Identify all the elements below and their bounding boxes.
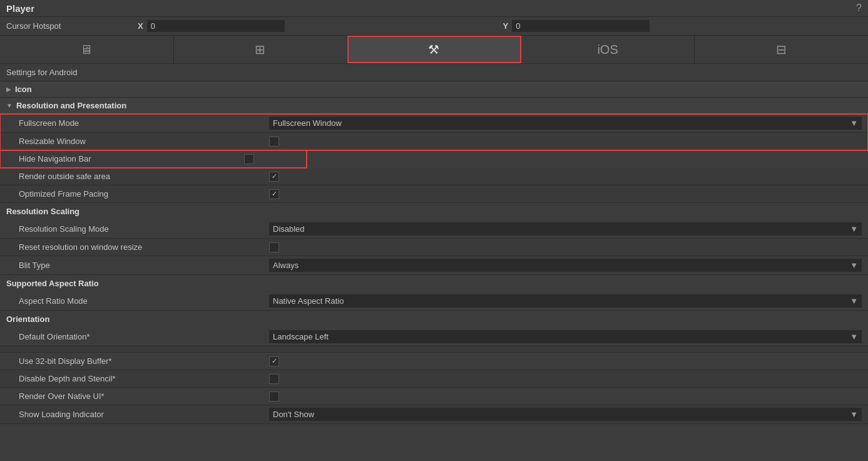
fullscreen-mode-label: Fullscreen Mode (19, 118, 269, 128)
tab-desktop[interactable]: 🖥 (0, 36, 174, 63)
hide-navigation-bar-value (244, 154, 300, 164)
resolution-section-title: Resolution and Presentation (16, 101, 126, 110)
tab-android[interactable]: ⚒ (347, 36, 521, 63)
use-32bit-value (269, 356, 862, 366)
fullscreen-mode-dropdown[interactable]: Fullscreen Window ▼ (269, 117, 862, 130)
fullscreen-mode-row: Fullscreen Mode Fullscreen Window ▼ (0, 114, 868, 133)
platform-tabs: 🖥 ⊞ ⚒ iOS ⊟ (0, 36, 868, 64)
tab-windows[interactable]: ⊟ (695, 36, 868, 63)
y-coord-group: Y (503, 20, 862, 32)
show-loading-indicator-row: Show Loading Indicator Don't Show ▼ (0, 405, 868, 424)
resolution-section-header[interactable]: ▼ Resolution and Presentation (0, 98, 868, 114)
hide-navigation-bar-checkbox[interactable] (244, 154, 254, 164)
help-icon[interactable]: ? (856, 3, 862, 14)
fullscreen-resizable-highlight: Fullscreen Mode Fullscreen Window ▼ Resi… (0, 114, 868, 150)
resizable-window-value (269, 137, 862, 147)
render-outside-safe-area-value (269, 172, 862, 182)
fullscreen-mode-value[interactable]: Fullscreen Window ▼ (269, 117, 862, 130)
disable-depth-checkbox[interactable] (269, 374, 279, 384)
web-icon: ⊞ (255, 42, 265, 57)
reset-resolution-checkbox[interactable] (269, 242, 279, 252)
orientation-group-title: Orientation (0, 311, 868, 328)
default-orientation-dropdown-arrow-icon: ▼ (850, 332, 858, 341)
icon-section-title: Icon (15, 85, 32, 94)
show-loading-indicator-label: Show Loading Indicator (19, 410, 269, 419)
resizable-window-checkbox[interactable] (269, 137, 279, 147)
player-header: Player ? (0, 0, 868, 17)
use-32bit-row: Use 32-bit Display Buffer* (0, 353, 868, 370)
render-outside-safe-area-row: Render outside safe area (0, 168, 868, 185)
show-loading-indicator-dropdown-arrow-icon: ▼ (850, 410, 858, 419)
show-loading-indicator-dropdown[interactable]: Don't Show ▼ (269, 408, 862, 421)
default-orientation-row: Default Orientation* Landscape Left ▼ (0, 328, 868, 346)
render-outside-safe-area-checkbox[interactable] (269, 172, 279, 182)
aspect-ratio-mode-label: Aspect Ratio Mode (19, 296, 269, 306)
x-input[interactable] (147, 20, 285, 32)
use-32bit-checkbox[interactable] (269, 356, 279, 366)
reset-resolution-value (269, 242, 862, 252)
render-over-native-checkbox[interactable] (269, 391, 279, 401)
windows-icon: ⊟ (776, 42, 787, 57)
blit-type-dropdown[interactable]: Always ▼ (269, 259, 862, 272)
disable-depth-value (269, 374, 862, 384)
optimized-frame-pacing-row: Optimized Frame Pacing (0, 185, 868, 203)
default-orientation-label: Default Orientation* (19, 332, 269, 341)
optimized-frame-pacing-label: Optimized Frame Pacing (19, 189, 269, 199)
dropdown-arrow-icon: ▼ (850, 118, 858, 128)
default-orientation-dropdown[interactable]: Landscape Left ▼ (269, 330, 862, 343)
x-coord-group: X (138, 20, 497, 32)
optimized-frame-pacing-checkbox[interactable] (269, 189, 279, 199)
render-over-native-value (269, 391, 862, 401)
resolution-scaling-mode-value[interactable]: Disabled ▼ (269, 222, 862, 236)
cursor-hotspot-label: Cursor Hotspot (6, 21, 131, 31)
blit-type-row: Blit Type Always ▼ (0, 256, 868, 275)
supported-aspect-ratio-group-title: Supported Aspect Ratio (0, 275, 868, 292)
cursor-hotspot-row: Cursor Hotspot X Y (0, 17, 868, 36)
resolution-scaling-mode-label: Resolution Scaling Mode (19, 224, 269, 234)
render-over-native-label: Render Over Native UI* (19, 391, 269, 401)
reset-resolution-row: Reset resolution on window resize (0, 239, 868, 256)
y-label: Y (503, 21, 509, 31)
render-outside-safe-area-label: Render outside safe area (19, 172, 269, 181)
page-title: Player (6, 3, 34, 14)
aspect-ratio-dropdown-arrow-icon: ▼ (850, 296, 858, 306)
tab-web[interactable]: ⊞ (174, 36, 348, 63)
aspect-ratio-mode-dropdown[interactable]: Native Aspect Ratio ▼ (269, 294, 862, 308)
disable-depth-label: Disable Depth and Stencil* (19, 374, 269, 383)
blit-type-dropdown-arrow-icon: ▼ (850, 261, 858, 270)
hide-nav-highlight: Hide Navigation Bar (0, 150, 307, 168)
aspect-ratio-mode-row: Aspect Ratio Mode Native Aspect Ratio ▼ (0, 292, 868, 311)
ios-icon: iOS (597, 43, 618, 57)
android-icon: ⚒ (428, 42, 439, 57)
optimized-frame-pacing-value (269, 189, 862, 199)
use-32bit-label: Use 32-bit Display Buffer* (19, 356, 269, 366)
tab-ios[interactable]: iOS (521, 36, 695, 63)
icon-section-arrow: ▶ (6, 86, 11, 93)
resizable-window-row: Resizable Window (0, 133, 868, 150)
settings-for-label: Settings for Android (0, 64, 868, 81)
hide-navigation-bar-row: Hide Navigation Bar (0, 150, 307, 168)
y-input[interactable] (512, 20, 650, 32)
resolution-scaling-group-title: Resolution Scaling (0, 203, 868, 220)
resolution-scaling-mode-dropdown[interactable]: Disabled ▼ (269, 222, 862, 236)
resizable-window-label: Resizable Window (19, 137, 269, 146)
desktop-icon: 🖥 (80, 43, 93, 57)
spacer-row (0, 346, 868, 353)
blit-type-value[interactable]: Always ▼ (269, 259, 862, 272)
default-orientation-value[interactable]: Landscape Left ▼ (269, 330, 862, 343)
aspect-ratio-mode-value[interactable]: Native Aspect Ratio ▼ (269, 294, 862, 308)
reset-resolution-label: Reset resolution on window resize (19, 242, 269, 252)
blit-type-label: Blit Type (19, 261, 269, 270)
resolution-scaling-dropdown-arrow-icon: ▼ (850, 224, 858, 234)
render-over-native-row: Render Over Native UI* (0, 388, 868, 405)
icon-section-header[interactable]: ▶ Icon (0, 81, 868, 98)
disable-depth-row: Disable Depth and Stencil* (0, 370, 868, 388)
show-loading-indicator-value[interactable]: Don't Show ▼ (269, 408, 862, 421)
hide-navigation-bar-label: Hide Navigation Bar (19, 154, 244, 163)
resolution-section-arrow: ▼ (6, 102, 13, 109)
x-label: X (138, 21, 143, 31)
resolution-scaling-mode-row: Resolution Scaling Mode Disabled ▼ (0, 220, 868, 239)
